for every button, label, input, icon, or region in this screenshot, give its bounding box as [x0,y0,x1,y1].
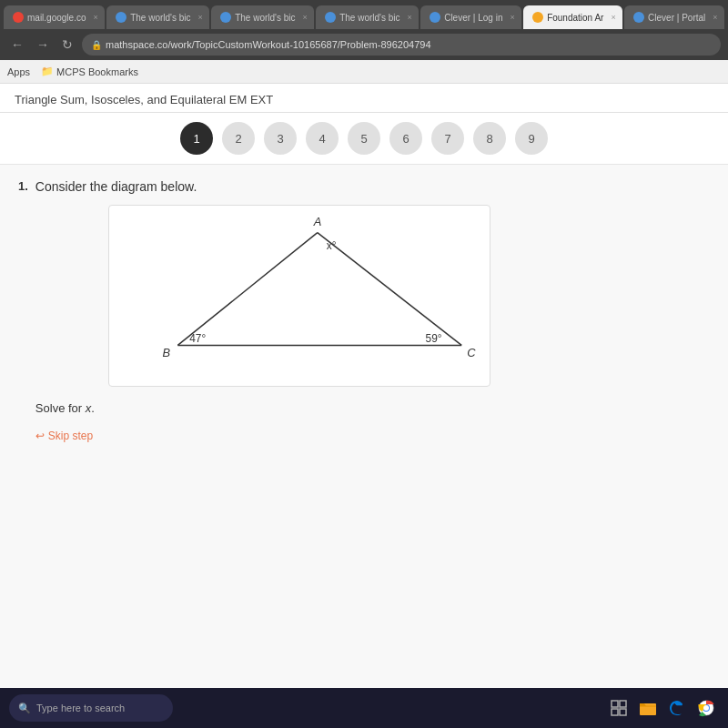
tab-world3-label: The world's bic [339,13,399,23]
svg-rect-6 [620,709,626,715]
tab-world2[interactable]: The world's bic × [211,5,314,29]
page-title: Triangle Sum, Isosceles, and Equilateral… [15,93,713,106]
tab-world2-label: The world's bic [235,13,295,23]
tab-clever-portal-icon [633,12,644,23]
problem-number: 1. [18,179,28,193]
edge-browser-icon[interactable] [664,695,690,721]
tab-foundation[interactable]: Foundation Ar × [523,5,622,29]
tab-clever-login-label: Clever | Log in [444,13,502,23]
tab-clever-portal-close[interactable]: × [713,13,717,22]
tab-foundation-close[interactable]: × [611,13,615,22]
tab-clever-portal-label: Clever | Portal [648,13,705,23]
svg-rect-3 [612,701,618,707]
tab-clever-portal[interactable]: Clever | Portal × [624,5,724,29]
problem-question: Consider the diagram below. [35,179,490,194]
svg-point-9 [703,705,709,711]
address-bar[interactable]: 🔒 mathspace.co/work/TopicCustomWorkout-1… [82,34,721,56]
svg-line-0 [177,233,317,346]
problem-row: 1. Consider the diagram below. A [18,179,710,442]
skip-icon: ↩ [35,430,45,442]
task-view-icon[interactable] [606,695,632,721]
solve-text: Solve for x. [35,401,490,415]
skip-label: Skip step [48,430,93,442]
question-btn-2[interactable]: 2 [222,122,255,155]
question-btn-9[interactable]: 9 [515,122,548,155]
question-btn-4[interactable]: 4 [306,122,339,155]
tab-gmail-label: mail.google.co [27,13,86,23]
lock-icon: 🔒 [91,40,102,50]
tab-world3-icon [325,12,336,23]
tab-gmail[interactable]: mail.google.co × [4,5,105,29]
vertex-a-label: A [313,215,322,228]
chrome-icon[interactable] [693,695,719,721]
tab-gmail-icon [13,12,24,23]
tab-world2-close[interactable]: × [303,13,308,22]
question-btn-1[interactable]: 1 [180,122,213,155]
diagram-container: A B C x° 47° 59° [108,205,490,387]
vertex-c-label: C [467,346,476,359]
back-button[interactable]: ← [7,35,27,54]
taskbar-search-text: Type here to search [36,703,125,713]
page-content: Triangle Sum, Isosceles, and Equilateral… [0,84,728,688]
tab-foundation-icon [532,12,543,23]
search-icon: 🔍 [18,703,31,714]
vertex-b-label: B [162,346,170,359]
taskbar-icons-right [606,695,719,721]
tab-world1-close[interactable]: × [198,13,203,22]
skip-step-button[interactable]: ↩ Skip step [35,430,490,442]
question-btn-6[interactable]: 6 [389,122,422,155]
tab-world2-icon [220,12,231,23]
tab-foundation-label: Foundation Ar [547,13,603,23]
tab-gmail-close[interactable]: × [93,13,97,22]
tab-bar: mail.google.co × The world's bic × The w… [0,0,728,29]
taskbar-search[interactable]: 🔍 Type here to search [9,694,173,722]
question-btn-3[interactable]: 3 [264,122,297,155]
bookmark-mcps-icon: 📁 [41,66,54,77]
bookmark-apps-label: Apps [7,66,30,77]
tab-clever-login-icon [430,12,440,23]
tab-world3[interactable]: The world's bic × [316,5,419,29]
svg-rect-5 [612,709,618,715]
angle-c-label: 59° [425,332,441,345]
angle-b-label: 47° [189,332,206,345]
tab-world1-icon [116,12,126,23]
tab-clever-login[interactable]: Clever | Log in × [420,5,521,29]
tab-world1[interactable]: The world's bic × [106,5,209,29]
problem-area: 1. Consider the diagram below. A [0,165,728,688]
browser-frame: mail.google.co × The world's bic × The w… [0,0,728,728]
file-explorer-icon[interactable] [635,695,661,721]
problem-body: Consider the diagram below. A B [35,179,490,442]
address-bar-area: ← → ↻ 🔒 mathspace.co/work/TopicCustomWor… [0,29,728,60]
angle-x-label: x° [327,239,337,252]
svg-rect-4 [620,701,626,707]
tab-world1-label: The world's bic [130,13,190,23]
taskbar: 🔍 Type here to search [0,688,728,728]
bookmark-mcps[interactable]: 📁 MCPS Bookmarks [41,66,138,77]
bookmarks-bar: Apps 📁 MCPS Bookmarks [0,60,728,84]
address-text: mathspace.co/work/TopicCustomWorkout-101… [106,39,431,50]
tab-clever-login-close[interactable]: × [510,13,514,22]
page-header: Triangle Sum, Isosceles, and Equilateral… [0,84,728,113]
tab-world3-close[interactable]: × [408,13,412,22]
question-btn-5[interactable]: 5 [348,122,380,155]
svg-line-1 [318,233,461,346]
question-btn-8[interactable]: 8 [473,122,506,155]
question-nav: 1 2 3 4 5 6 7 8 9 [0,113,728,165]
forward-button[interactable]: → [33,35,53,54]
bookmark-mcps-label: MCPS Bookmarks [56,66,138,77]
diagram-svg: A B C x° 47° 59° [109,206,490,386]
reload-button[interactable]: ↻ [58,35,76,54]
bookmark-apps[interactable]: Apps [7,66,30,77]
question-btn-7[interactable]: 7 [431,122,464,155]
